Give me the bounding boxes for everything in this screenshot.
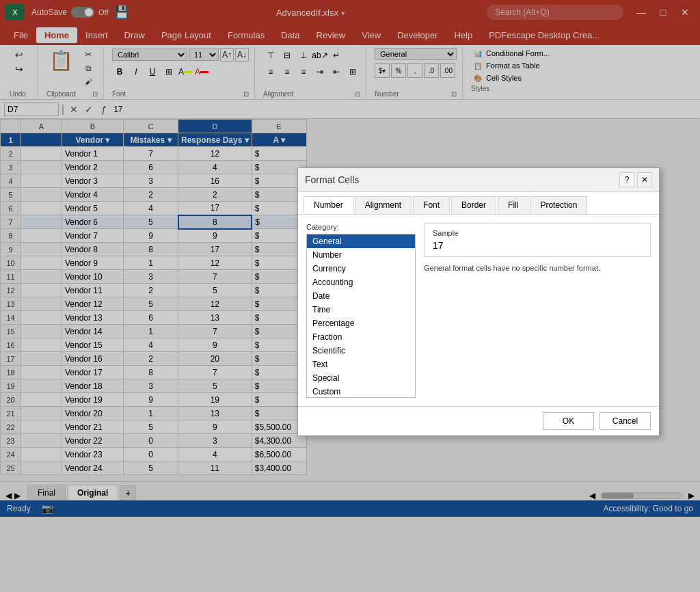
ok-button[interactable]: OK xyxy=(543,412,594,430)
cell-vendor-13[interactable]: Vendor 12 xyxy=(62,297,124,311)
cell-response-4[interactable]: 16 xyxy=(178,174,252,188)
cell-a-13[interactable] xyxy=(21,297,62,311)
font-grow-button[interactable]: A↑ xyxy=(220,48,234,62)
cell-mistakes-20[interactable]: 9 xyxy=(124,393,178,407)
cell-a-7[interactable] xyxy=(21,215,62,229)
cell-response-9[interactable]: 17 xyxy=(178,243,252,256)
cell-vendor-24[interactable]: Vendor 23 xyxy=(62,448,124,461)
cell-vendor-18[interactable]: Vendor 17 xyxy=(62,366,124,379)
cell-a-5[interactable] xyxy=(21,188,62,202)
indent-right-button[interactable]: ⇤ xyxy=(329,64,344,79)
table-row[interactable]: 15Vendor 1417$ xyxy=(1,325,307,338)
bold-button[interactable]: B xyxy=(112,64,127,79)
format-painter-button[interactable]: 🖌 xyxy=(79,76,98,87)
cell-vendor-22[interactable]: Vendor 21 xyxy=(62,420,124,434)
cancel-formula-button[interactable]: ✕ xyxy=(67,103,81,116)
cell-a-4[interactable] xyxy=(21,174,62,188)
tab-original[interactable]: Original xyxy=(67,485,118,500)
cell-mistakes-15[interactable]: 1 xyxy=(124,325,178,338)
table-row[interactable]: 10Vendor 9112$ xyxy=(1,256,307,270)
cell-vendor-9[interactable]: Vendor 8 xyxy=(62,243,124,256)
cell-vendor-20[interactable]: Vendor 19 xyxy=(62,393,124,407)
col-header-a[interactable]: A xyxy=(21,120,62,133)
cell-response-3[interactable]: 4 xyxy=(178,161,252,174)
cell-vendor-11[interactable]: Vendor 10 xyxy=(62,270,124,284)
menu-file[interactable]: File xyxy=(5,27,36,43)
category-currency[interactable]: Currency xyxy=(307,262,415,275)
cell-response-19[interactable]: 5 xyxy=(178,379,252,393)
font-face-select[interactable]: Calibri xyxy=(112,49,187,61)
cell-mistakes-19[interactable]: 3 xyxy=(124,379,178,393)
cell-a-21[interactable] xyxy=(21,407,62,420)
paste-button[interactable]: 📋 xyxy=(46,48,77,89)
cell-a-3[interactable] xyxy=(21,161,62,174)
category-percentage[interactable]: Percentage xyxy=(307,317,415,330)
category-special[interactable]: Special xyxy=(307,371,415,385)
cell-response-20[interactable]: 19 xyxy=(178,393,252,407)
category-number[interactable]: Number xyxy=(307,248,415,262)
maximize-button[interactable]: □ xyxy=(654,4,673,21)
table-row[interactable]: 24Vendor 2304$6,500.00 xyxy=(1,448,307,461)
fill-color-button[interactable]: A xyxy=(178,64,193,79)
cell-response-11[interactable]: 7 xyxy=(178,270,252,284)
add-sheet-button[interactable]: + xyxy=(120,485,136,500)
menu-home[interactable]: Home xyxy=(36,27,77,43)
clipboard-expand[interactable]: ⊡ xyxy=(92,90,98,98)
indent-left-button[interactable]: ⇥ xyxy=(312,64,327,79)
cell-a-22[interactable] xyxy=(21,420,62,434)
cell-mistakes-4[interactable]: 3 xyxy=(124,174,178,188)
currency-button[interactable]: $▾ xyxy=(375,63,390,78)
align-left-button[interactable]: ≡ xyxy=(263,64,278,79)
alignment-expand[interactable]: ⊡ xyxy=(355,90,360,98)
conditional-format-button[interactable]: 📊 Conditional Form... xyxy=(471,48,597,59)
cell-response-23[interactable]: 3 xyxy=(178,434,252,448)
underline-button[interactable]: U xyxy=(145,64,160,79)
cell-mistakes-16[interactable]: 4 xyxy=(124,338,178,352)
sheet-nav-left[interactable]: ◀ xyxy=(589,491,595,500)
menu-draw[interactable]: Draw xyxy=(116,27,153,43)
dialog-help-button[interactable]: ? xyxy=(619,172,634,187)
cell-mistakes-12[interactable]: 2 xyxy=(124,284,178,297)
cell-a-6[interactable] xyxy=(21,202,62,215)
menu-formulas[interactable]: Formulas xyxy=(219,27,273,43)
cell-a-10[interactable] xyxy=(21,256,62,270)
cell-amount-24[interactable]: $6,500.00 xyxy=(252,448,306,461)
number-expand[interactable]: ⊡ xyxy=(451,90,457,98)
align-center-button[interactable]: ≡ xyxy=(280,64,295,79)
cell-response-17[interactable]: 20 xyxy=(178,352,252,366)
category-text[interactable]: Text xyxy=(307,358,415,371)
undo-button[interactable]: ↩ xyxy=(10,48,29,62)
tab-border[interactable]: Border xyxy=(451,196,496,214)
menu-view[interactable]: View xyxy=(353,27,389,43)
tab-protection[interactable]: Protection xyxy=(530,196,587,214)
menu-insert[interactable]: Insert xyxy=(77,27,116,43)
confirm-formula-button[interactable]: ✓ xyxy=(82,103,96,116)
cell-mistakes-11[interactable]: 3 xyxy=(124,270,178,284)
table-row[interactable]: 23Vendor 2203$4,300.00 xyxy=(1,434,307,448)
cell-mistakes-8[interactable]: 9 xyxy=(124,229,178,243)
cell-mistakes-24[interactable]: 0 xyxy=(124,448,178,461)
percent-button[interactable]: % xyxy=(391,63,406,78)
cell-vendor-12[interactable]: Vendor 11 xyxy=(62,284,124,297)
cell-response-25[interactable]: 11 xyxy=(178,461,252,475)
align-right-button[interactable]: ≡ xyxy=(296,64,311,79)
table-row[interactable]: 9Vendor 8817$ xyxy=(1,243,307,256)
cell-a-12[interactable] xyxy=(21,284,62,297)
col-header-b[interactable]: B xyxy=(62,120,124,133)
table-row[interactable]: 2Vendor 1712$ xyxy=(1,147,307,161)
cell-mistakes-2[interactable]: 7 xyxy=(124,147,178,161)
cell-mistakes-14[interactable]: 6 xyxy=(124,311,178,325)
insert-function-button[interactable]: ƒ xyxy=(97,103,111,116)
dialog-close-button[interactable]: ✕ xyxy=(637,172,652,187)
cell-a-16[interactable] xyxy=(21,338,62,352)
table-row[interactable]: 22Vendor 2159$5,500.00 xyxy=(1,420,307,434)
category-fraction[interactable]: Fraction xyxy=(307,330,415,344)
cell-response-8[interactable]: 9 xyxy=(178,229,252,243)
cell-response-18[interactable]: 7 xyxy=(178,366,252,379)
global-search[interactable] xyxy=(487,5,623,20)
comma-button[interactable]: , xyxy=(407,63,422,78)
font-shrink-button[interactable]: A↓ xyxy=(235,48,249,62)
cell-a-24[interactable] xyxy=(21,448,62,461)
cell-styles-button[interactable]: 🎨 Cell Styles xyxy=(471,72,597,83)
cell-mistakes-23[interactable]: 0 xyxy=(124,434,178,448)
